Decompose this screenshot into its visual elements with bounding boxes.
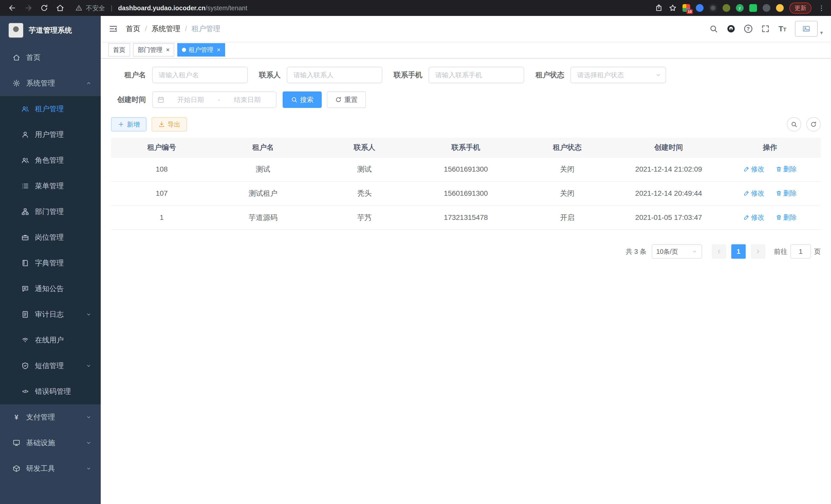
create-time-label: 创建时间	[111, 95, 146, 105]
bookmark-star-icon[interactable]	[668, 4, 677, 12]
cell-phone: 17321315478	[415, 206, 517, 230]
extension-icon-1[interactable]: 10	[683, 4, 690, 12]
fullscreen-icon[interactable]	[761, 24, 770, 33]
search-button[interactable]: 搜索	[283, 91, 322, 108]
prev-page-button[interactable]	[712, 244, 726, 259]
browser-menu-icon[interactable]: ⋮	[817, 4, 826, 12]
status-select[interactable]	[570, 67, 666, 83]
sidebar-item-label: 租户管理	[35, 104, 64, 114]
column-header: 租户编号	[111, 138, 212, 157]
sidebar-item-infra[interactable]: 基础设施	[0, 430, 101, 456]
toggle-search-button[interactable]	[787, 117, 801, 131]
phone-input[interactable]	[429, 67, 524, 83]
browser-update-button[interactable]: 更新	[790, 3, 811, 13]
edit-icon	[743, 214, 749, 220]
current-page-button[interactable]: 1	[731, 244, 746, 259]
extension-icon-5[interactable]: y	[736, 4, 744, 12]
sidebar-item-menu[interactable]: 菜单管理	[0, 173, 101, 199]
breadcrumb-home[interactable]: 首页	[126, 24, 140, 34]
sidebar-item-user[interactable]: 用户管理	[0, 122, 101, 147]
sidebar-item-audit-log[interactable]: 审计日志	[0, 302, 101, 327]
delete-button[interactable]: 删除	[776, 165, 797, 174]
tab-home[interactable]: 首页	[109, 43, 130, 57]
extension-badge: 10	[687, 9, 693, 14]
font-size-icon[interactable]: TT	[779, 24, 786, 33]
active-dot	[182, 48, 186, 52]
sidebar-item-payment[interactable]: ¥ 支付管理	[0, 404, 101, 430]
sidebar-item-label: 菜单管理	[35, 181, 64, 191]
sidebar-item-error-code[interactable]: </> 错误码管理	[0, 379, 101, 404]
address-bar[interactable]: 不安全 | dashboard.yudao.iocoder.cn/system/…	[76, 4, 247, 12]
close-icon[interactable]: ×	[166, 47, 170, 53]
page-unit-label: 页	[814, 247, 821, 256]
table-header-row: 租户编号 租户名 联系人 联系手机 租户状态 创建时间 操作	[111, 138, 821, 157]
reset-button-label: 重置	[344, 95, 358, 104]
contact-input[interactable]	[287, 67, 382, 83]
cell-actions: 修改 删除	[719, 157, 821, 181]
breadcrumb-system[interactable]: 系统管理	[152, 24, 180, 34]
share-icon[interactable]	[655, 4, 663, 12]
forward-icon[interactable]	[24, 4, 32, 12]
sidebar-item-dept[interactable]: 部门管理	[0, 199, 101, 225]
add-button[interactable]: 新增	[111, 117, 146, 131]
sidebar-item-home[interactable]: 首页	[0, 45, 101, 70]
search-icon[interactable]	[709, 24, 718, 33]
tab-tenant[interactable]: 租户管理 ×	[177, 43, 225, 57]
browser-home-icon[interactable]	[56, 4, 64, 12]
help-icon[interactable]: ?	[744, 25, 752, 33]
sidebar-item-post[interactable]: 岗位管理	[0, 225, 101, 250]
search-icon	[291, 96, 297, 103]
menu-list-icon	[21, 182, 29, 190]
extension-icon-3[interactable]	[709, 4, 717, 12]
close-icon[interactable]: ×	[217, 47, 221, 53]
extension-icon-7[interactable]	[763, 4, 770, 12]
page-size-select[interactable]: 10条/页	[652, 244, 702, 259]
sidebar-item-label: 审计日志	[35, 309, 64, 319]
sidebar-item-sms[interactable]: 短信管理	[0, 353, 101, 379]
table-row: 108 测试 测试 15601691300 关闭 2021-12-14 21:0…	[111, 157, 821, 181]
delete-button[interactable]: 删除	[776, 189, 797, 198]
sidebar-item-tenant[interactable]: 租户管理	[0, 96, 101, 122]
refresh-button[interactable]	[806, 117, 821, 131]
extension-icon-2[interactable]	[696, 4, 704, 12]
address-separator: |	[111, 4, 113, 12]
sidebar-item-devtools[interactable]: 研发工具	[0, 456, 101, 481]
edit-button[interactable]: 修改	[743, 165, 765, 174]
plus-icon	[118, 121, 124, 128]
edit-button[interactable]: 修改	[743, 189, 765, 198]
delete-button[interactable]: 删除	[776, 213, 797, 222]
start-date-placeholder: 开始日期	[167, 95, 215, 104]
breadcrumb-separator: /	[185, 25, 187, 33]
date-range-picker[interactable]: 开始日期 - 结束日期	[152, 91, 277, 108]
cell-contact: 测试	[314, 157, 415, 181]
reset-button[interactable]: 重置	[327, 91, 366, 108]
extension-icon-8[interactable]	[776, 4, 784, 12]
next-page-button[interactable]	[751, 244, 765, 259]
extension-icon-6[interactable]	[749, 4, 757, 12]
export-button[interactable]: 导出	[152, 117, 187, 131]
extension-icon-4[interactable]	[722, 4, 730, 12]
github-icon[interactable]	[727, 24, 736, 33]
edit-button[interactable]: 修改	[743, 213, 765, 222]
user-avatar[interactable]: ▼	[795, 21, 824, 37]
gear-icon	[12, 79, 21, 87]
back-icon[interactable]	[8, 4, 17, 12]
home-icon	[12, 53, 21, 62]
tenant-table: 租户编号 租户名 联系人 联系手机 租户状态 创建时间 操作 108 测试	[111, 138, 821, 230]
screen: 不安全 | dashboard.yudao.iocoder.cn/system/…	[0, 0, 831, 504]
goto-page-input[interactable]	[791, 244, 811, 259]
signal-icon	[21, 336, 29, 344]
reload-icon[interactable]	[40, 4, 48, 12]
cell-status: 关闭	[516, 157, 618, 181]
tenant-name-input[interactable]	[152, 67, 248, 83]
yen-icon: ¥	[12, 413, 21, 421]
sidebar-item-dict[interactable]: 字典管理	[0, 250, 101, 276]
sidebar-item-online-user[interactable]: 在线用户	[0, 327, 101, 353]
sidebar-item-system[interactable]: 系统管理	[0, 70, 101, 96]
cell-contact: 秃头	[314, 181, 415, 206]
sidebar-item-notice[interactable]: 通知公告	[0, 276, 101, 302]
sidebar-fold-icon[interactable]	[101, 24, 126, 34]
table-row: 107 测试租户 秃头 15601691300 关闭 2021-12-14 20…	[111, 181, 821, 206]
sidebar-item-role[interactable]: 角色管理	[0, 147, 101, 173]
tab-dept[interactable]: 部门管理 ×	[133, 43, 174, 57]
